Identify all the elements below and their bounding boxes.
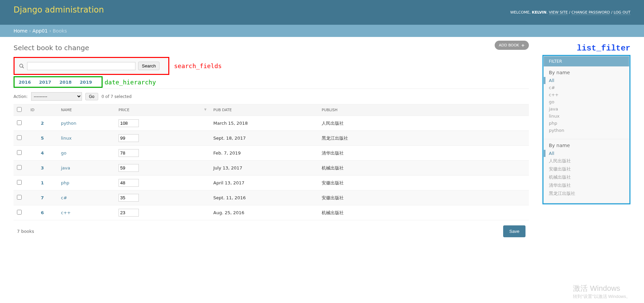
row-publish: 机械出版社 bbox=[318, 205, 529, 220]
date-year-2016[interactable]: 2016 bbox=[17, 79, 32, 85]
filter-item[interactable]: 黑龙江出版社 bbox=[549, 189, 624, 198]
filter-group-heading: By name bbox=[544, 66, 629, 77]
annotation-search-fields: search_fields bbox=[174, 62, 222, 69]
row-id-link[interactable]: 6 bbox=[41, 210, 44, 215]
change-password-link[interactable]: CHANGE PASSWORD bbox=[572, 10, 610, 15]
filter-item[interactable]: python bbox=[549, 127, 624, 134]
date-year-2018[interactable]: 2018 bbox=[58, 79, 73, 85]
breadcrumb-home[interactable]: Home bbox=[14, 28, 27, 34]
user-tools: WELCOME, KELVIN. VIEW SITE / CHANGE PASS… bbox=[510, 10, 630, 15]
filter-item[interactable]: 机械出版社 bbox=[549, 173, 624, 181]
svg-point-0 bbox=[20, 64, 23, 67]
row-name-link[interactable]: linux bbox=[61, 136, 71, 141]
row-pubdate: Sept. 11, 2016 bbox=[210, 190, 318, 205]
row-name-link[interactable]: c++ bbox=[61, 210, 71, 215]
price-input[interactable] bbox=[119, 149, 139, 157]
price-input[interactable] bbox=[119, 194, 139, 202]
table-row: 2 python March 15, 2018 人民出版社 bbox=[14, 116, 529, 131]
annotation-list-filter: list_filter bbox=[542, 44, 630, 53]
row-id-link[interactable]: 5 bbox=[41, 136, 44, 141]
logout-link[interactable]: LOG OUT bbox=[614, 10, 630, 15]
filter-item[interactable]: 安徽出版社 bbox=[549, 165, 624, 173]
price-input[interactable] bbox=[119, 209, 139, 217]
price-input[interactable] bbox=[119, 119, 139, 127]
search-icon bbox=[19, 63, 24, 69]
row-id-link[interactable]: 1 bbox=[41, 180, 44, 185]
action-label: Action: bbox=[14, 94, 28, 99]
row-pubdate: March 15, 2018 bbox=[210, 116, 318, 131]
price-input[interactable] bbox=[119, 164, 139, 172]
filter-item[interactable]: 清华出版社 bbox=[549, 181, 624, 189]
page-title: Select book to change bbox=[14, 44, 529, 52]
filter-item[interactable]: go bbox=[549, 98, 624, 105]
go-button[interactable]: Go bbox=[85, 93, 98, 100]
breadcrumb: Home › App01 › Books bbox=[0, 25, 644, 37]
row-pubdate: Sept. 18, 2017 bbox=[210, 131, 318, 146]
username: KELVIN bbox=[532, 10, 546, 15]
date-year-2019[interactable]: 2019 bbox=[79, 79, 93, 85]
row-id-link[interactable]: 4 bbox=[41, 150, 44, 156]
row-checkbox[interactable] bbox=[17, 180, 22, 185]
search-input[interactable] bbox=[27, 62, 135, 70]
selection-counter: 0 of 7 selected bbox=[102, 94, 132, 99]
row-checkbox[interactable] bbox=[17, 165, 22, 170]
col-price[interactable]: PRICE▼ bbox=[115, 104, 210, 116]
row-checkbox[interactable] bbox=[17, 150, 22, 155]
row-id-link[interactable]: 7 bbox=[41, 195, 44, 200]
row-name-link[interactable]: python bbox=[61, 121, 76, 126]
site-title[interactable]: Django administration bbox=[14, 5, 104, 15]
row-checkbox[interactable] bbox=[17, 195, 22, 200]
col-id[interactable]: ID bbox=[27, 104, 58, 116]
results-table: ID NAME PRICE▼ PUB DATE PUBLISH 2 python… bbox=[14, 104, 529, 220]
filter-item[interactable]: c++ bbox=[549, 91, 624, 98]
select-all-checkbox[interactable] bbox=[17, 107, 22, 112]
result-count: 7 books bbox=[17, 229, 34, 234]
row-checkbox[interactable] bbox=[17, 135, 22, 140]
filter-item[interactable]: c# bbox=[549, 84, 624, 91]
row-checkbox[interactable] bbox=[17, 210, 22, 215]
filter-heading: FILTER bbox=[544, 56, 629, 66]
table-row: 6 c++ Aug. 25, 2016 机械出版社 bbox=[14, 205, 529, 220]
row-id-link[interactable]: 2 bbox=[41, 121, 44, 126]
col-pubdate[interactable]: PUB DATE bbox=[210, 104, 318, 116]
object-tools: ADD BOOK+ bbox=[495, 41, 529, 50]
filter-item[interactable]: php bbox=[549, 120, 624, 127]
row-publish: 黑龙江出版社 bbox=[318, 131, 529, 146]
row-publish: 安徽出版社 bbox=[318, 190, 529, 205]
add-book-button[interactable]: ADD BOOK+ bbox=[495, 41, 529, 50]
branding: Django administration bbox=[14, 5, 104, 20]
filter-item[interactable]: All bbox=[544, 77, 624, 84]
price-input[interactable] bbox=[119, 179, 139, 187]
col-publish[interactable]: PUBLISH bbox=[318, 104, 529, 116]
row-checkbox[interactable] bbox=[17, 120, 22, 125]
row-name-link[interactable]: c# bbox=[61, 195, 67, 200]
welcome-text: WELCOME, bbox=[510, 10, 532, 15]
row-publish: 安徽出版社 bbox=[318, 176, 529, 190]
row-name-link[interactable]: php bbox=[61, 180, 69, 185]
row-id-link[interactable]: 3 bbox=[41, 165, 44, 170]
row-pubdate: Feb. 7, 2019 bbox=[210, 146, 318, 161]
annotation-date-hierarchy: date_hierarchy bbox=[105, 79, 156, 86]
search-toolbar bbox=[15, 59, 168, 73]
table-row: 1 php April 13, 2017 安徽出版社 bbox=[14, 176, 529, 190]
row-name-link[interactable]: java bbox=[61, 165, 70, 170]
filter-item[interactable]: All bbox=[544, 150, 624, 157]
search-button[interactable] bbox=[138, 62, 159, 70]
row-name-link[interactable]: go bbox=[61, 150, 66, 156]
table-row: 7 c# Sept. 11, 2016 安徽出版社 bbox=[14, 190, 529, 205]
plus-icon: + bbox=[521, 43, 525, 48]
sort-desc-icon: ▼ bbox=[204, 108, 207, 111]
table-row: 3 java July 13, 2017 机械出版社 bbox=[14, 161, 529, 176]
filter-item[interactable]: 人民出版社 bbox=[549, 157, 624, 165]
filter-item[interactable]: linux bbox=[549, 113, 624, 120]
save-button[interactable]: Save bbox=[503, 225, 525, 237]
view-site-link[interactable]: VIEW SITE bbox=[549, 10, 568, 15]
date-year-2017[interactable]: 2017 bbox=[38, 79, 52, 85]
price-input[interactable] bbox=[119, 134, 139, 142]
row-pubdate: Aug. 25, 2016 bbox=[210, 205, 318, 220]
action-select[interactable]: --------- bbox=[31, 92, 82, 101]
table-row: 5 linux Sept. 18, 2017 黑龙江出版社 bbox=[14, 131, 529, 146]
col-name[interactable]: NAME bbox=[58, 104, 115, 116]
filter-item[interactable]: java bbox=[549, 105, 624, 113]
breadcrumb-app[interactable]: App01 bbox=[33, 28, 48, 34]
